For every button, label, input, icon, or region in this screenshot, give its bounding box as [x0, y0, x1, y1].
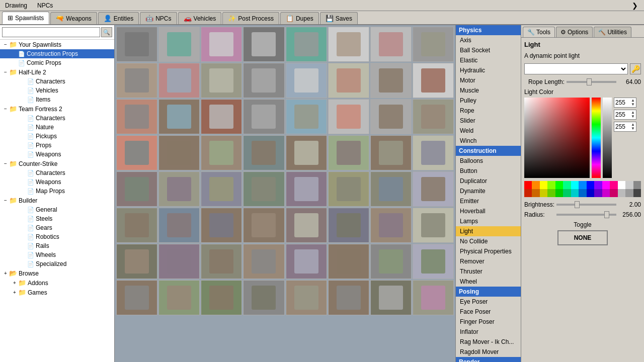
grid-item[interactable]: [328, 99, 369, 134]
grid-item[interactable]: [158, 280, 200, 315]
right-tab-tools[interactable]: 🔧 Tools: [523, 27, 555, 37]
tree-toggle-counter-strike[interactable]: −: [2, 161, 9, 166]
grid-item[interactable]: [116, 244, 157, 279]
grid-item[interactable]: [286, 280, 327, 315]
brightness-slider[interactable]: [556, 204, 616, 206]
palette-cell[interactable]: [563, 189, 571, 197]
constraint-item-hydraulic[interactable]: Hydraulic: [456, 65, 521, 75]
grid-item[interactable]: [116, 63, 157, 98]
palette-cell[interactable]: [532, 189, 539, 197]
grid-item[interactable]: [116, 135, 157, 170]
grid-item[interactable]: [328, 27, 369, 62]
constraint-item-light[interactable]: Light: [456, 226, 521, 236]
grid-item[interactable]: [158, 99, 200, 134]
grid-item[interactable]: [158, 63, 200, 98]
tab-dupes[interactable]: 📋 Dupes: [280, 12, 319, 24]
tree-item-hl2-vehicles[interactable]: 📄Vehicles: [0, 86, 114, 95]
grid-item[interactable]: [158, 244, 200, 279]
constraint-item-remover[interactable]: Remover: [456, 256, 521, 266]
grid-item[interactable]: [201, 280, 242, 315]
constraint-item-inflator[interactable]: Inflator: [456, 327, 521, 337]
palette-cell[interactable]: [532, 181, 539, 189]
constraint-item-ragdoll-mover[interactable]: Ragdoll Mover: [456, 347, 521, 357]
collapse-arrow[interactable]: ❯: [629, 1, 641, 11]
constraint-item-axis[interactable]: Axis: [456, 35, 521, 45]
constraint-item-emitter[interactable]: Emitter: [456, 196, 521, 206]
constraint-item-duplicator[interactable]: Duplicator: [456, 176, 521, 186]
tab-postprocess[interactable]: ✨ Post Process: [222, 12, 279, 24]
none-button[interactable]: NONE: [557, 230, 608, 245]
tree-item-builder-general[interactable]: 📄General: [0, 205, 114, 214]
grid-item[interactable]: [243, 244, 284, 279]
palette-cell[interactable]: [563, 181, 571, 189]
grid-item[interactable]: [370, 208, 412, 243]
light-dropdown[interactable]: [524, 63, 628, 74]
constraint-item-weld[interactable]: Weld: [456, 126, 521, 136]
grid-item[interactable]: [370, 27, 412, 62]
menu-drawing[interactable]: Drawing: [3, 1, 29, 10]
rgb-g-arrows[interactable]: ▲ ▼: [631, 111, 635, 119]
tree-item-cs-weapons[interactable]: 📄Weapons: [0, 177, 114, 187]
palette-cell[interactable]: [633, 189, 641, 197]
tree-item-browse-addons[interactable]: +📁Addons: [0, 278, 114, 288]
tree-item-builder-robotics[interactable]: 📄Robotics: [0, 232, 114, 241]
tree-item-hl2-items[interactable]: 📄Items: [0, 95, 114, 104]
constraint-item-pulley[interactable]: Pulley: [456, 96, 521, 106]
palette-cell[interactable]: [524, 189, 532, 197]
grid-item[interactable]: [413, 171, 454, 207]
brightness-thumb[interactable]: [575, 201, 580, 208]
palette-cell[interactable]: [579, 181, 586, 189]
constraint-item-no-collide[interactable]: No Collide: [456, 236, 521, 246]
tree-item-cs-characters[interactable]: 📄Characters: [0, 168, 114, 177]
palette-cell[interactable]: [602, 181, 610, 189]
grid-item[interactable]: [328, 63, 369, 98]
tree-item-counter-strike[interactable]: −📁Counter-Strike: [0, 159, 114, 168]
tree-item-tf2-props[interactable]: 📄Props: [0, 141, 114, 150]
grid-item[interactable]: [413, 99, 454, 134]
grid-item[interactable]: [158, 27, 200, 62]
search-input[interactable]: [2, 27, 100, 37]
model-grid-scroll[interactable]: [115, 25, 455, 362]
tree-toggle-half-life-2[interactable]: −: [2, 69, 9, 75]
grid-item[interactable]: [286, 171, 327, 207]
tab-spawnlists[interactable]: ⊞ Spawnlists: [2, 12, 49, 24]
grid-item[interactable]: [116, 99, 157, 134]
tree-toggle-browse-addons[interactable]: +: [11, 280, 18, 286]
grid-item[interactable]: [413, 280, 454, 315]
tree-item-team-fortress-2[interactable]: −📁Team Fortress 2: [0, 104, 114, 114]
tree-toggle-browse[interactable]: +: [2, 270, 9, 276]
eyedropper-button[interactable]: 🔑: [630, 63, 641, 74]
right-tab-options[interactable]: ⚙ Options: [556, 27, 593, 37]
grid-item[interactable]: [413, 208, 454, 243]
tree-item-tf2-weapons[interactable]: 📄Weapons: [0, 150, 114, 159]
grid-item[interactable]: [243, 171, 284, 207]
palette-cell[interactable]: [571, 181, 579, 189]
tab-entities[interactable]: 👤 Entities: [98, 12, 139, 24]
grid-item[interactable]: [286, 99, 327, 134]
radius-thumb[interactable]: [604, 211, 609, 218]
rope-length-track[interactable]: [567, 81, 616, 83]
rgb-b-arrows[interactable]: ▲ ▼: [631, 123, 635, 131]
rgb-g-down[interactable]: ▼: [631, 115, 635, 119]
constraint-item-button[interactable]: Button: [456, 166, 521, 176]
palette-cell[interactable]: [625, 181, 633, 189]
grid-item[interactable]: [328, 208, 369, 243]
palette-cell[interactable]: [625, 189, 633, 197]
alpha-strip[interactable]: [603, 98, 612, 178]
hue-strip[interactable]: [592, 98, 601, 178]
grid-item[interactable]: [158, 171, 200, 207]
palette-cell[interactable]: [579, 189, 586, 197]
tree-item-browse[interactable]: +📂Browse: [0, 268, 114, 278]
tree-item-builder-gears[interactable]: 📄Gears: [0, 223, 114, 232]
constraint-item-thruster[interactable]: Thruster: [456, 266, 521, 277]
grid-item[interactable]: [328, 244, 369, 279]
tree-item-builder-rails[interactable]: 📄Rails: [0, 241, 114, 250]
palette-cell[interactable]: [633, 181, 641, 189]
grid-item[interactable]: [328, 280, 369, 315]
tree-item-your-spawnlists[interactable]: −📁Your Spawnlists: [0, 40, 114, 49]
palette-cell[interactable]: [610, 181, 617, 189]
grid-item[interactable]: [286, 208, 327, 243]
palette-cell[interactable]: [540, 189, 547, 197]
grid-item[interactable]: [116, 171, 157, 207]
grid-item[interactable]: [328, 171, 369, 207]
